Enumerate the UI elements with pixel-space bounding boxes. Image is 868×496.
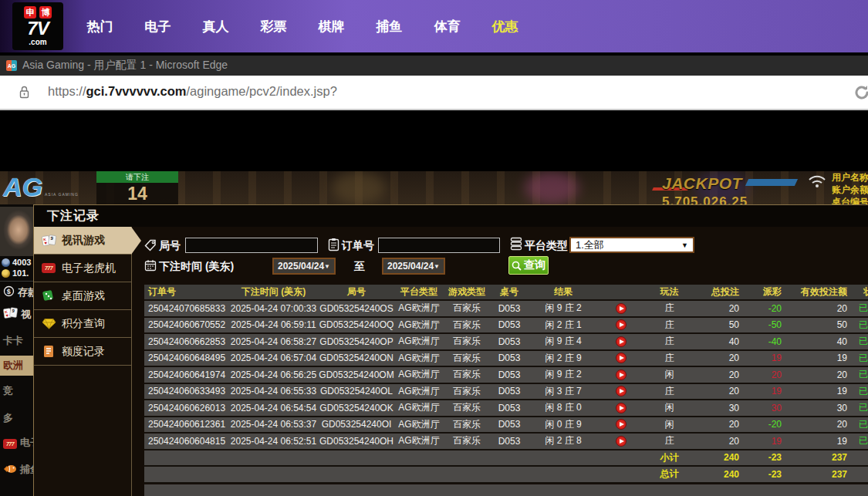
url-bar[interactable]: https://gci.7vvvvvv.com/agingame/pcv2/in… [0, 76, 868, 110]
url-text[interactable]: https://gci.7vvvvvv.com/agingame/pcv2/in… [48, 84, 337, 99]
cell-time: 2025-04-24 06:55:33 [228, 384, 319, 400]
url-prefix: https:// [48, 84, 86, 98]
cell-result: 闲 2 庄 8 [529, 434, 598, 449]
modal-menu-item-2[interactable]: 777电子老虎机 [34, 255, 131, 282]
play-button[interactable] [616, 336, 627, 347]
play-button[interactable] [616, 319, 627, 330]
modal-menu-item-4[interactable]: 积分查询 [34, 310, 131, 338]
play-button[interactable] [616, 386, 627, 396]
modal-menu-label: 桌面游戏 [62, 289, 105, 303]
cell-order: 250424070685833 [144, 301, 228, 316]
cell-status: 已派彩 [853, 318, 868, 333]
cell-platform: AG欧洲厅 [394, 334, 444, 349]
table-row-1: 2504240706858332025-04-24 07:00:33GD0532… [144, 301, 868, 318]
avatar[interactable] [0, 207, 33, 256]
site-logo[interactable]: 申 博 7V .com [12, 2, 63, 50]
date-to-select[interactable]: 2025/04/24 ▼ [382, 258, 445, 275]
modal-menu-item-1[interactable]: K♥9视讯游戏 [34, 227, 131, 255]
modal-menu-item-3[interactable]: 桌面游戏 [34, 282, 131, 310]
logo-badge-1: 申 [24, 6, 36, 19]
cell-table: D053 [490, 384, 529, 400]
cell-round: GD053254240ON [319, 351, 394, 366]
col-header-round: 局号 [319, 285, 394, 299]
window-titlebar: AG Asia Gaming - 用户配置 1 - Microsoft Edge [0, 56, 868, 76]
bet-countdown: 14 [96, 183, 178, 204]
cell-table: D053 [490, 318, 529, 333]
refresh-icon[interactable] [853, 84, 868, 104]
order-label: 订单号 [342, 239, 374, 253]
page-menu-item-6[interactable]: 多 [0, 411, 13, 425]
cell-platform: AG欧洲厅 [394, 417, 444, 433]
subtotal-platform [394, 450, 444, 466]
query-button[interactable]: 查询 [508, 256, 549, 275]
page-menu-item-5[interactable]: 竞 [0, 384, 13, 398]
nav-item-1[interactable]: 热门 [71, 18, 129, 35]
nav-item-3[interactable]: 真人 [187, 18, 245, 35]
slots-icon: 777 [3, 437, 17, 449]
slots-icon: 777 [41, 263, 56, 273]
col-header-status: 状态 [853, 285, 868, 299]
nav-item-4[interactable]: 彩票 [245, 18, 302, 35]
subtotal-time [228, 450, 319, 466]
nav-item-7[interactable]: 体育 [418, 18, 476, 35]
cell-time: 2025-04-24 07:00:33 [228, 301, 319, 316]
play-button[interactable] [616, 303, 627, 314]
page-menu-item-4[interactable]: 欧洲 [0, 356, 33, 376]
round-input[interactable] [185, 238, 318, 253]
bet-countdown-box: 请下注 14 [96, 171, 178, 204]
cell-play [598, 400, 644, 416]
tag-icon [144, 239, 157, 255]
table-row-9: 2504240606048152025-04-24 06:52:51GD0532… [144, 434, 868, 450]
cell-order: 250424060670552 [144, 318, 228, 333]
cell-total: 20 [694, 367, 745, 383]
page-menu-item-2[interactable]: K♥9视 [0, 307, 31, 322]
cell-payout: -50 [745, 318, 787, 333]
round-label: 局号 [159, 239, 181, 253]
cell-table: D053 [490, 400, 529, 416]
page-menu-item-3[interactable]: 卡卡 [0, 334, 23, 348]
nav-item-2[interactable]: 电子 [129, 18, 187, 35]
play-button[interactable] [616, 436, 627, 447]
cell-side: 庄 [644, 334, 694, 349]
modal-title: 下注记录 [34, 205, 868, 227]
subtotal-status [853, 450, 868, 466]
grand-total-result [529, 467, 598, 482]
page-menu-item-1[interactable]: $存款 [0, 285, 38, 299]
nav-item-5[interactable]: 棋牌 [302, 18, 360, 35]
cell-payout: -20 [745, 417, 787, 433]
cell-time: 2025-04-24 06:59:11 [228, 318, 319, 333]
grand-total-order [144, 467, 228, 482]
cell-status: 已派彩 [853, 367, 868, 383]
balance-amount: 101. [2, 268, 29, 278]
cell-side: 闲 [644, 367, 694, 383]
play-button[interactable] [616, 419, 627, 430]
cell-result: 闲 9 庄 2 [529, 367, 598, 383]
order-input[interactable] [378, 238, 500, 253]
cell-game: 百家乐 [444, 434, 490, 449]
cell-side: 闲 [644, 417, 694, 433]
lock-icon [19, 85, 30, 103]
grand-total-status [853, 467, 868, 482]
cell-result: 闲 9 庄 2 [529, 301, 598, 316]
play-button[interactable] [616, 369, 627, 380]
play-button[interactable] [616, 353, 627, 363]
jackpot-blue-stripe [745, 179, 798, 186]
play-button[interactable] [616, 403, 627, 413]
nav-item-8[interactable]: 优惠 [476, 18, 534, 35]
cell-round: GD053254240OQ [319, 318, 394, 333]
cell-payout: -20 [745, 301, 787, 316]
cell-play [598, 367, 644, 383]
modal-menu-item-5[interactable]: 额度记录 [34, 338, 131, 366]
cell-play [598, 301, 644, 316]
col-header-result: 结果 [529, 285, 598, 299]
nav-item-6[interactable]: 捕鱼 [360, 18, 418, 35]
cell-platform: AG欧洲厅 [394, 367, 444, 383]
platform-select[interactable]: 1.全部 ▼ [569, 237, 694, 253]
date-from-select[interactable]: 2025/04/24 ▼ [272, 258, 336, 275]
cell-time: 2025-04-24 06:57:04 [228, 351, 319, 366]
jackpot-label: JACKPOT [662, 174, 748, 193]
cell-side: 庄 [644, 351, 694, 366]
cell-table: D053 [490, 434, 529, 449]
cell-total: 20 [694, 434, 745, 449]
modal-menu-label: 额度记录 [62, 345, 105, 359]
